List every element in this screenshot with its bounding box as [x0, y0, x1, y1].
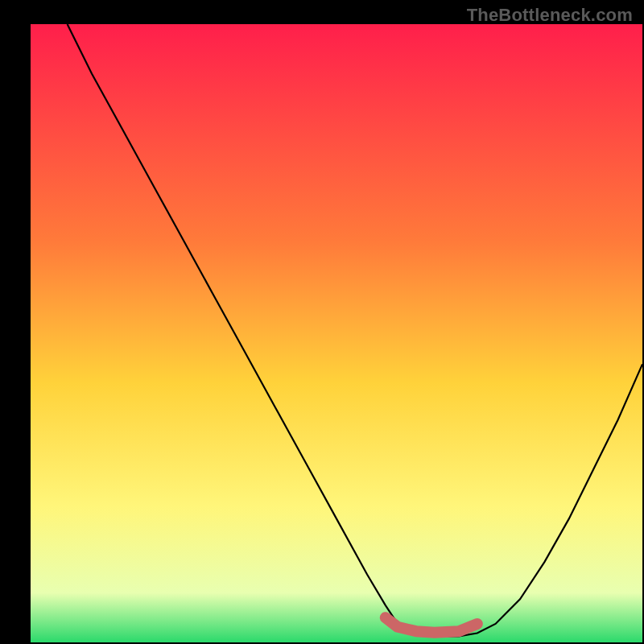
- chart-svg: [0, 0, 644, 644]
- watermark-text: TheBottleneck.com: [467, 5, 633, 26]
- bottleneck-chart: TheBottleneck.com: [0, 0, 644, 644]
